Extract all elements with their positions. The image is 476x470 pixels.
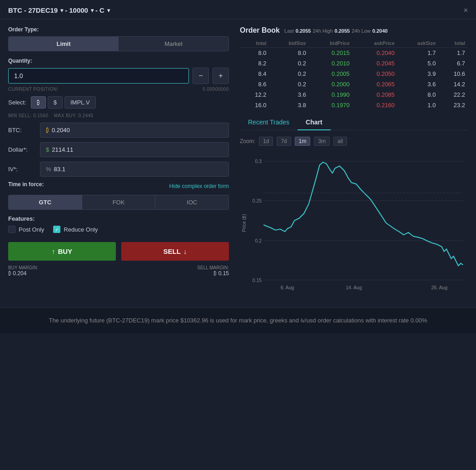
order-type-label: Order Type: [8, 26, 229, 33]
fok-button[interactable]: FOK [82, 195, 156, 209]
select-row: Select: ₿ $ IMPL.V [8, 96, 229, 109]
table-row: 12.2 3.6 0.1990 0.2085 8.0 22.2 [240, 89, 468, 100]
ask-price: 0.2065 [352, 79, 397, 89]
ask-size: 8.0 [397, 89, 439, 100]
zoom-7d-button[interactable]: 7d [277, 137, 291, 146]
min-sell-label: MIN SELL: 0.1560 [8, 113, 48, 118]
type-dropdown-icon[interactable]: ▾ [107, 7, 110, 14]
btc-price-box: ₿ 0.2040 [40, 123, 229, 138]
bid-price: 0.2005 [309, 69, 352, 79]
time-in-force-label: Time in force: [8, 181, 44, 188]
ask-total: 1.7 [438, 48, 468, 59]
hide-complex-link[interactable]: Hide complex order form [169, 183, 229, 189]
recent-trades-tab[interactable]: Recent Trades [240, 115, 298, 130]
sell-margin-value: ₿ 0.15 [197, 270, 229, 277]
reduce-only-checkbox-item[interactable]: Reduce Only [53, 226, 98, 233]
main-layout: Order Type: Limit Market Quantity: − + C… [0, 19, 476, 303]
ask-size: 3.9 [397, 69, 439, 79]
ask-total: 6.7 [438, 58, 468, 69]
price-dropdown-icon[interactable]: ▾ [91, 7, 94, 14]
btc-icon: ₿ [46, 127, 49, 134]
limit-tab[interactable]: Limit [9, 37, 119, 51]
dollar-price-row: Dollar*: $ 2114.11 [8, 142, 229, 157]
select-btc-button[interactable]: ₿ [31, 96, 46, 109]
bid-total: 16.0 [240, 100, 269, 110]
chart-tab[interactable]: Chart [298, 115, 331, 130]
quantity-row: − + [8, 68, 229, 84]
action-row: ↑ BUY SELL ↓ [8, 242, 229, 261]
post-only-checkbox-item[interactable]: Post Only [8, 226, 44, 233]
current-position-label: CURRENT POSITION: [8, 87, 59, 92]
reduce-only-checkbox[interactable] [53, 226, 60, 233]
min-max-row: MIN SELL: 0.1560 MAX BUY: 0.2445 [8, 113, 229, 118]
zoom-1d-button[interactable]: 1d [259, 137, 273, 146]
dollar-price-box: $ 2114.11 [40, 142, 229, 157]
buy-margin-label: BUY MARGIN: [8, 265, 38, 270]
svg-text:14. Aug: 14. Aug [346, 285, 362, 290]
tif-btn-group: GTC FOK IOC [8, 195, 229, 210]
dollar-label: Dollar*: [8, 146, 40, 153]
ask-price: 0.2040 [352, 48, 397, 59]
col-ask-size: askSize [397, 39, 439, 48]
bid-size: 3.6 [269, 89, 309, 100]
ioc-button[interactable]: IOC [155, 195, 228, 209]
margin-row: BUY MARGIN: ₿ 0.204 SELL MARGIN: ₿ 0.15 [8, 265, 229, 277]
select-label: Select: [8, 99, 26, 106]
col-total2: total [438, 39, 468, 48]
bid-total: 12.2 [240, 89, 269, 100]
bid-total: 8.6 [240, 79, 269, 89]
title-bar: BTC - 27DEC19 ▾ - 10000 ▾ - C ▾ × [0, 0, 476, 19]
svg-text:0.3: 0.3 [255, 159, 262, 164]
separator2: - [95, 6, 98, 14]
market-tab[interactable]: Market [119, 37, 228, 51]
table-row: 8.4 0.2 0.2005 0.2050 3.9 10.6 [240, 69, 468, 79]
ask-total: 23.2 [438, 100, 468, 110]
quantity-input[interactable] [8, 68, 189, 84]
instrument-name: BTC - 27DEC19 [8, 6, 58, 14]
table-row: 8.2 0.2 0.2010 0.2045 5.0 6.7 [240, 58, 468, 69]
close-button[interactable]: × [464, 7, 468, 14]
iv-label: IV*: [8, 166, 40, 173]
separator1: - [65, 6, 67, 14]
bid-price: 0.1990 [309, 89, 352, 100]
features-label: Features: [8, 215, 229, 222]
bid-size: 0.2 [269, 69, 309, 79]
zoom-1m-button[interactable]: 1m [295, 137, 311, 146]
ask-size: 5.0 [397, 58, 439, 69]
bid-size: 8.0 [269, 48, 309, 59]
chart-tabs-row: Recent Trades Chart [240, 115, 468, 130]
footer-note: The underlying future (BTC-27DEC19) mark… [0, 307, 476, 333]
buy-button[interactable]: ↑ BUY [8, 242, 116, 261]
zoom-all-button[interactable]: all [333, 137, 347, 146]
instrument-dropdown-icon[interactable]: ▾ [60, 7, 63, 14]
buy-margin-col: BUY MARGIN: ₿ 0.204 [8, 265, 38, 277]
svg-text:0.25: 0.25 [253, 198, 262, 203]
btc-price-row: BTC: ₿ 0.2040 [8, 123, 229, 138]
percent-icon: % [46, 166, 51, 173]
post-only-label: Post Only [19, 226, 44, 233]
quantity-plus-button[interactable]: + [213, 68, 229, 84]
btc-label: BTC: [8, 127, 40, 134]
col-total1: total [240, 39, 269, 48]
last-label: Last [284, 28, 294, 34]
chart-svg: Price (₿) 0.3 0.25 0.2 0.15 [240, 150, 468, 296]
price-chart: Price (₿) 0.3 0.25 0.2 0.15 [240, 150, 468, 296]
sell-button[interactable]: SELL ↓ [121, 242, 229, 261]
select-implv-button[interactable]: IMPL.V [64, 96, 96, 109]
select-dollar-button[interactable]: $ [48, 96, 63, 109]
zoom-label: Zoom: [240, 138, 255, 144]
current-position-row: CURRENT POSITION: 0.00000000 [8, 87, 229, 92]
svg-text:6. Aug: 6. Aug [281, 285, 294, 290]
quantity-minus-button[interactable]: − [193, 68, 209, 84]
ask-total: 14.2 [438, 79, 468, 89]
tif-row-label: Time in force: Hide complex order form [8, 181, 229, 191]
high-value: 0.2055 [335, 28, 350, 34]
bid-total: 8.0 [240, 48, 269, 59]
iv-value: 83.1 [54, 166, 65, 173]
zoom-3m-button[interactable]: 3m [314, 137, 330, 146]
bid-price: 0.1970 [309, 100, 352, 110]
svg-text:0.15: 0.15 [253, 278, 262, 283]
gtc-button[interactable]: GTC [9, 195, 82, 209]
ask-price: 0.2045 [352, 58, 397, 69]
post-only-checkbox[interactable] [8, 226, 15, 233]
